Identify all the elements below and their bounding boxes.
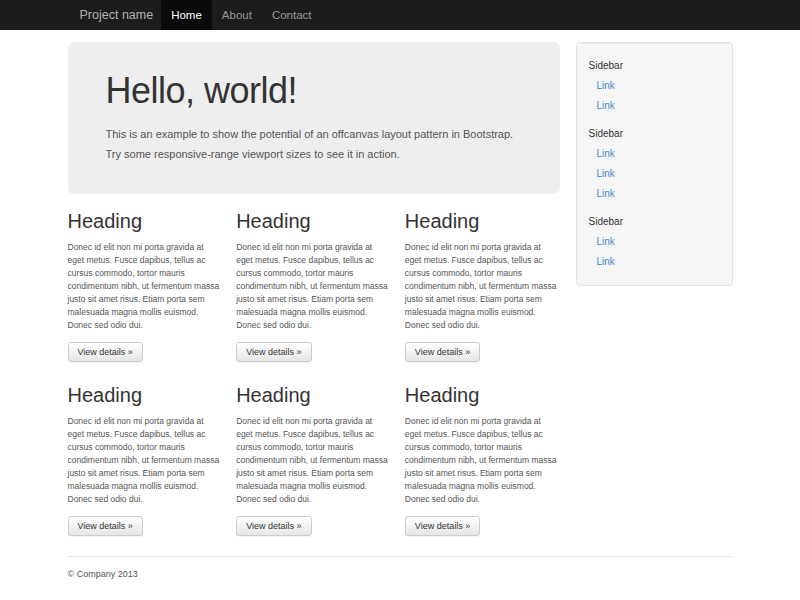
- main-nav: Home About Contact: [161, 0, 321, 30]
- card: Heading Donec id elit non mi porta gravi…: [405, 384, 560, 536]
- card-body: Donec id elit non mi porta gravida at eg…: [68, 241, 223, 332]
- main-column: Hello, world! This is an example to show…: [68, 42, 560, 536]
- cards-grid: Heading Donec id elit non mi porta gravi…: [68, 210, 560, 536]
- navbar-inner: Project name Home About Contact: [68, 0, 733, 30]
- navbar: Project name Home About Contact: [0, 0, 800, 30]
- sidebar: Sidebar Link Link Sidebar Link Link Link…: [576, 42, 733, 286]
- card-heading: Heading: [236, 384, 391, 407]
- card-body: Donec id elit non mi porta gravida at eg…: [236, 415, 391, 506]
- view-details-button[interactable]: View details »: [68, 342, 143, 362]
- sidebar-link[interactable]: Link: [589, 252, 720, 272]
- page-container: Hello, world! This is an example to show…: [68, 42, 733, 599]
- hero-body: This is an example to show the potential…: [106, 124, 522, 164]
- card-body: Donec id elit non mi porta gravida at eg…: [236, 241, 391, 332]
- card: Heading Donec id elit non mi porta gravi…: [68, 210, 223, 362]
- view-details-button[interactable]: View details »: [236, 342, 311, 362]
- sidebar-link[interactable]: Link: [589, 96, 720, 116]
- sidebar-header: Sidebar: [589, 56, 720, 76]
- sidebar-group: Sidebar Link Link: [589, 212, 720, 272]
- card-body: Donec id elit non mi porta gravida at eg…: [405, 241, 560, 332]
- sidebar-header: Sidebar: [589, 124, 720, 144]
- sidebar-group: Sidebar Link Link Link: [589, 124, 720, 204]
- view-details-button[interactable]: View details »: [68, 516, 143, 536]
- sidebar-link[interactable]: Link: [589, 76, 720, 96]
- card: Heading Donec id elit non mi porta gravi…: [236, 210, 391, 362]
- view-details-button[interactable]: View details »: [405, 516, 480, 536]
- sidebar-link[interactable]: Link: [589, 144, 720, 164]
- card: Heading Donec id elit non mi porta gravi…: [405, 210, 560, 362]
- brand-link[interactable]: Project name: [80, 0, 154, 30]
- sidebar-group: Sidebar Link Link: [589, 56, 720, 116]
- card: Heading Donec id elit non mi porta gravi…: [68, 384, 223, 536]
- sidebar-link[interactable]: Link: [589, 164, 720, 184]
- nav-item-contact[interactable]: Contact: [262, 0, 322, 30]
- footer: © Company 2013: [68, 556, 733, 599]
- nav-item-home[interactable]: Home: [161, 0, 212, 30]
- nav-item-about[interactable]: About: [212, 0, 262, 30]
- sidebar-link[interactable]: Link: [589, 184, 720, 204]
- content-row: Hello, world! This is an example to show…: [68, 42, 733, 536]
- copyright-text: © Company 2013: [68, 569, 733, 579]
- card: Heading Donec id elit non mi porta gravi…: [236, 384, 391, 536]
- sidebar-header: Sidebar: [589, 212, 720, 232]
- card-heading: Heading: [405, 384, 560, 407]
- card-heading: Heading: [405, 210, 560, 233]
- card-heading: Heading: [68, 384, 223, 407]
- view-details-button[interactable]: View details »: [236, 516, 311, 536]
- sidebar-link[interactable]: Link: [589, 232, 720, 252]
- view-details-button[interactable]: View details »: [405, 342, 480, 362]
- card-heading: Heading: [236, 210, 391, 233]
- card-body: Donec id elit non mi porta gravida at eg…: [68, 415, 223, 506]
- hero-panel: Hello, world! This is an example to show…: [68, 42, 560, 194]
- hero-title: Hello, world!: [106, 70, 522, 112]
- card-heading: Heading: [68, 210, 223, 233]
- card-body: Donec id elit non mi porta gravida at eg…: [405, 415, 560, 506]
